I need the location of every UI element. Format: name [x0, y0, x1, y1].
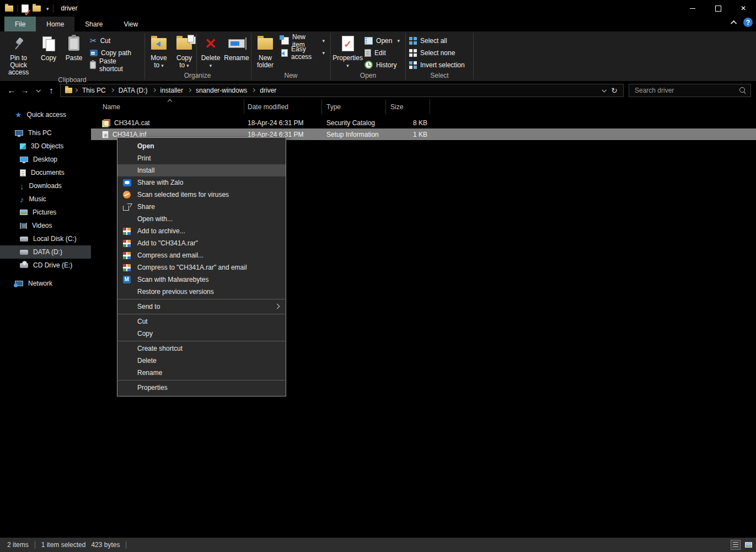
- cut-button[interactable]: Cut: [90, 36, 139, 45]
- up-button[interactable]: [45, 84, 58, 97]
- sidebar-item-this-pc[interactable]: This PC: [0, 126, 91, 140]
- pin-to-quick-access-button[interactable]: Pin to Quick access: [1, 32, 36, 76]
- maximize-button[interactable]: [705, 0, 731, 17]
- menu-item-scan-for-viruses[interactable]: Scan selected items for viruses: [117, 189, 286, 201]
- menu-item-cut[interactable]: Cut: [117, 315, 286, 328]
- delete-button[interactable]: Delete: [198, 32, 223, 69]
- edit-icon: [364, 49, 371, 57]
- menu-item-install[interactable]: Install: [117, 164, 286, 176]
- menu-item-delete[interactable]: Delete: [117, 355, 286, 367]
- close-button[interactable]: [731, 0, 756, 17]
- minimize-button[interactable]: [680, 0, 705, 17]
- menu-item-open[interactable]: Open: [117, 140, 286, 152]
- breadcrumb-driver[interactable]: driver: [256, 87, 280, 94]
- documents-icon: [20, 169, 26, 176]
- qat-dropdown-caret[interactable]: [45, 4, 49, 12]
- open-button[interactable]: Open: [364, 36, 400, 45]
- menu-item-compress-to-rar-and-email[interactable]: Compress to "CH341A.rar" and email: [117, 261, 286, 274]
- sidebar-item-cd-drive-e[interactable]: CD Drive (E:): [0, 259, 91, 272]
- sidebar-item-music[interactable]: Music: [0, 192, 91, 206]
- tab-view[interactable]: View: [113, 17, 148, 31]
- breadcrumb-installer[interactable]: installer: [157, 87, 187, 94]
- menu-item-restore-previous-versions[interactable]: Restore previous versions: [117, 286, 286, 298]
- new-folder-button[interactable]: New folder: [253, 32, 278, 69]
- tab-file[interactable]: File: [4, 17, 36, 31]
- menu-item-scan-with-malwarebytes[interactable]: Scan with Malwarebytes: [117, 274, 286, 286]
- new-folder-qat-icon[interactable]: [33, 6, 41, 12]
- submenu-arrow-icon: [275, 304, 280, 309]
- easy-access-icon: [281, 49, 288, 57]
- column-header-size[interactable]: Size: [386, 99, 430, 114]
- chevron-down-icon: [36, 88, 40, 92]
- tab-share[interactable]: Share: [74, 17, 113, 31]
- recent-locations-button[interactable]: [31, 84, 45, 97]
- column-header-date-modified[interactable]: Date modified: [244, 99, 322, 114]
- forward-button[interactable]: [18, 84, 31, 97]
- menu-item-open-with[interactable]: Open with...: [117, 213, 286, 225]
- sidebar-item-quick-access[interactable]: Quick access: [0, 108, 91, 121]
- sidebar-item-desktop[interactable]: Desktop: [0, 153, 91, 166]
- paste-icon: [68, 36, 79, 51]
- divider: [126, 541, 126, 549]
- breadcrumb-this-pc[interactable]: This PC: [78, 87, 110, 94]
- invert-selection-button[interactable]: Invert selection: [409, 61, 465, 69]
- paste-button[interactable]: Paste: [61, 32, 87, 62]
- sidebar-item-downloads[interactable]: Downloads: [0, 179, 91, 192]
- menu-item-copy[interactable]: Copy: [117, 328, 286, 340]
- search-icon[interactable]: [739, 87, 746, 94]
- details-view-icon: [733, 542, 738, 548]
- new-item-button[interactable]: New item: [281, 36, 325, 45]
- sidebar-item-network[interactable]: Network: [0, 277, 91, 290]
- edit-button[interactable]: Edit: [364, 49, 400, 57]
- divider: [53, 4, 53, 12]
- setup-information-file-icon: [102, 131, 109, 138]
- winrar-icon: [123, 252, 131, 259]
- sidebar-item-videos[interactable]: Videos: [0, 219, 91, 232]
- ribbon-group-clipboard: Pin to Quick access Copy Paste Cut: [0, 31, 144, 81]
- sidebar-item-local-disk-c[interactable]: Local Disk (C:): [0, 232, 91, 245]
- breadcrumb-snander-windows[interactable]: snander-windows: [192, 87, 251, 94]
- ribbon-group-organize: Delete Rename Organize: [197, 31, 251, 81]
- sidebar-item-3d-objects[interactable]: 3D Objects: [0, 140, 91, 153]
- security-catalog-file-icon: [102, 119, 110, 127]
- menu-item-send-to[interactable]: Send to: [117, 301, 286, 313]
- menu-item-print[interactable]: Print: [117, 152, 286, 164]
- details-view-button[interactable]: [731, 540, 741, 550]
- menu-item-properties[interactable]: Properties: [117, 382, 286, 394]
- properties-qat-icon[interactable]: [22, 4, 29, 13]
- help-icon[interactable]: [743, 18, 753, 27]
- easy-access-button[interactable]: Easy access: [281, 49, 325, 57]
- menu-item-compress-and-email[interactable]: Compress and email...: [117, 249, 286, 261]
- select-none-button[interactable]: Select none: [409, 49, 465, 57]
- sidebar-item-data-d[interactable]: DATA (D:): [0, 245, 91, 259]
- network-icon: [15, 281, 23, 286]
- search-input[interactable]: [634, 86, 739, 95]
- sidebar-item-documents[interactable]: Documents: [0, 166, 91, 179]
- menu-item-share-with-zalo[interactable]: Share with Zalo: [117, 176, 286, 189]
- tab-home[interactable]: Home: [36, 17, 74, 31]
- rename-button[interactable]: Rename: [223, 32, 250, 62]
- history-button[interactable]: History: [364, 61, 400, 69]
- sidebar-item-pictures[interactable]: Pictures: [0, 206, 91, 219]
- menu-item-create-shortcut[interactable]: Create shortcut: [117, 342, 286, 355]
- refresh-icon[interactable]: [611, 86, 618, 95]
- menu-item-rename[interactable]: Rename: [117, 367, 286, 379]
- copy-to-button[interactable]: Copy to: [171, 32, 197, 69]
- column-header-type[interactable]: Type: [322, 99, 386, 114]
- properties-button[interactable]: Properties: [332, 32, 363, 69]
- collapse-ribbon-icon[interactable]: [731, 20, 737, 26]
- select-all-button[interactable]: Select all: [409, 36, 465, 45]
- copy-path-button[interactable]: Copy path: [90, 49, 139, 57]
- file-row-ch341a-cat[interactable]: CH341A.cat 18-Apr-24 6:31 PM Security Ca…: [91, 117, 756, 128]
- back-button[interactable]: [5, 84, 18, 97]
- thumbnail-view-button[interactable]: [743, 540, 753, 550]
- menu-item-add-to-archive[interactable]: Add to archive...: [117, 225, 286, 237]
- paste-shortcut-button[interactable]: Paste shortcut: [90, 61, 139, 69]
- copy-button[interactable]: Copy: [36, 32, 61, 62]
- menu-item-share[interactable]: Share: [117, 201, 286, 213]
- move-to-button[interactable]: Move to: [146, 32, 171, 69]
- breadcrumb-data-d[interactable]: DATA (D:): [115, 87, 152, 94]
- menu-item-add-to-rar[interactable]: Add to "CH341A.rar": [117, 237, 286, 249]
- address-dropdown-icon[interactable]: [602, 88, 607, 92]
- breadcrumb[interactable]: This PC DATA (D:) installer snander-wind…: [60, 84, 624, 97]
